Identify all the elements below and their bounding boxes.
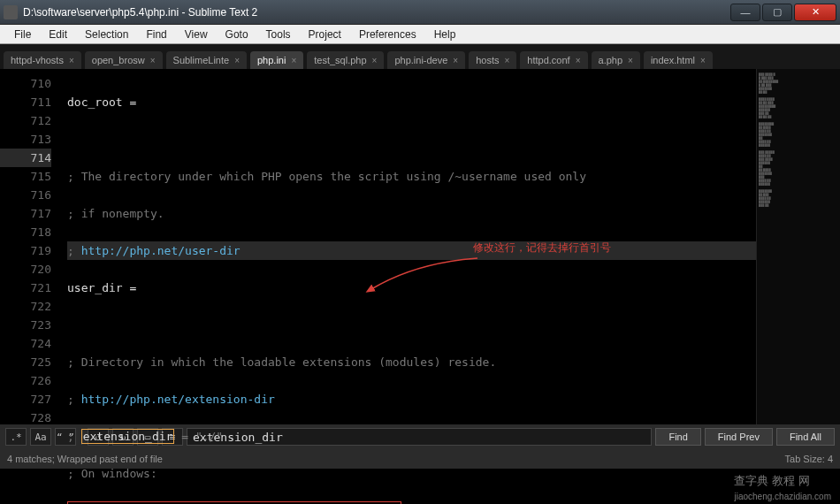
code-line[interactable]: ; http://php.net/extension-dir (67, 390, 756, 409)
tab-php-ini-dev[interactable]: php.ini-deve× (387, 51, 465, 69)
line-number: 726 (0, 371, 51, 390)
menu-find[interactable]: Find (137, 27, 175, 42)
line-number: 719 (0, 241, 51, 260)
match-highlight: extension_dir (81, 429, 175, 444)
tab-hosts[interactable]: hosts× (469, 51, 516, 69)
line-number: 716 (0, 186, 51, 204)
tab-index-html[interactable]: index.html× (644, 51, 713, 69)
app-icon (4, 5, 18, 19)
code-line[interactable]: ; The directory under which PHP opens th… (67, 167, 756, 186)
line-number: 720 (0, 260, 51, 279)
code-line[interactable]: ; extension_dir = "./" (67, 427, 756, 446)
tab-label: open_brosw (92, 55, 145, 65)
line-number: 724 (0, 334, 51, 353)
window-controls: — ▢ ✕ (729, 4, 836, 21)
code-line[interactable]: ; if nonempty. (67, 204, 756, 223)
line-number: 717 (0, 204, 51, 223)
tab-label: SublimeLinte (173, 55, 230, 65)
close-icon[interactable]: × (291, 56, 296, 65)
menu-edit[interactable]: Edit (40, 27, 76, 42)
minimize-button[interactable]: — (730, 4, 760, 21)
tab-label: httpd-vhosts (11, 55, 64, 65)
line-number-gutter: 710 711 712 713 714 715 716 717 718 719 … (0, 69, 62, 424)
close-button[interactable]: ✕ (794, 4, 836, 21)
close-icon[interactable]: × (453, 56, 458, 65)
close-icon[interactable]: × (628, 56, 633, 65)
tab-label: httpd.conf (527, 55, 569, 65)
menu-selection[interactable]: Selection (76, 27, 137, 42)
line-number: 718 (0, 223, 51, 241)
tab-label: test_sql.php (314, 55, 366, 65)
tab-label: php.ini (257, 55, 286, 65)
close-icon[interactable]: × (505, 56, 510, 65)
find-regex-toggle[interactable]: .* (5, 428, 27, 446)
tab-open-brosw[interactable]: open_brosw× (85, 51, 163, 69)
tab-php-ini[interactable]: php.ini× (250, 51, 303, 69)
menu-tools[interactable]: Tools (257, 27, 300, 42)
editor[interactable]: 710 711 712 713 714 715 716 717 718 719 … (0, 69, 840, 424)
find-case-toggle[interactable]: Aa (30, 428, 51, 446)
code-line[interactable]: doc_root = (67, 93, 756, 111)
menu-help[interactable]: Help (425, 27, 465, 42)
code-line-current[interactable]: ; http://php.net/user-dir (67, 241, 756, 260)
status-tabsize[interactable]: Tab Size: 4 (785, 454, 833, 464)
code-line[interactable]: user_dir = (67, 279, 756, 297)
tab-label: index.html (651, 55, 695, 65)
tab-label: php.ini-deve (394, 55, 447, 65)
line-number: 721 (0, 279, 51, 297)
close-icon[interactable]: × (700, 56, 706, 65)
code-line[interactable]: ; Directory in which the loadable extens… (67, 353, 756, 371)
tab-a-php[interactable]: a.php× (592, 51, 640, 69)
line-number: 713 (0, 130, 51, 149)
tab-httpd-conf[interactable]: httpd.conf× (520, 51, 587, 69)
tab-label: a.php (599, 55, 623, 65)
tab-sublimelinter[interactable]: SublimeLinte× (166, 51, 247, 69)
code-line[interactable] (67, 130, 756, 149)
code-area[interactable]: doc_root = ; The directory under which P… (62, 69, 756, 424)
menu-view[interactable]: View (176, 27, 217, 42)
annotation-text: 修改这行，记得去掉行首引号 (473, 241, 611, 256)
code-line[interactable] (67, 316, 756, 334)
tab-test-sql[interactable]: test_sql.php× (307, 51, 384, 69)
tab-httpd-vhosts[interactable]: httpd-vhosts× (4, 51, 81, 69)
line-number: 710 (0, 74, 51, 93)
line-number: 722 (0, 297, 51, 316)
window-titlebar: D:\software\server\php5.4\php.ini - Subl… (0, 0, 840, 25)
window-title: D:\software\server\php5.4\php.ini - Subl… (23, 6, 729, 19)
menu-project[interactable]: Project (300, 27, 350, 42)
minimap-content: ███ ████ ██ ███ █████ █████████ ██ █████… (759, 73, 838, 207)
line-number: 715 (0, 167, 51, 186)
close-icon[interactable]: × (150, 56, 156, 65)
find-all-button[interactable]: Find All (776, 428, 835, 446)
line-number: 711 (0, 93, 51, 111)
menubar: File Edit Selection Find View Goto Tools… (0, 25, 840, 44)
line-number: 723 (0, 316, 51, 334)
maximize-button[interactable]: ▢ (762, 4, 792, 21)
tabbar: httpd-vhosts× open_brosw× SublimeLinte× … (0, 44, 840, 69)
line-number: 725 (0, 353, 51, 371)
tab-label: hosts (476, 55, 499, 65)
minimap[interactable]: ███ ████ ██ ███ █████ █████████ ██ █████… (756, 69, 840, 424)
line-number: 728 (0, 409, 51, 427)
close-icon[interactable]: × (576, 56, 581, 65)
close-icon[interactable]: × (372, 56, 378, 65)
code-line[interactable]: ; On windows: (67, 464, 756, 483)
menu-file[interactable]: File (5, 27, 40, 42)
line-number: 712 (0, 111, 51, 130)
menu-goto[interactable]: Goto (217, 27, 257, 42)
line-number: 727 (0, 390, 51, 409)
close-icon[interactable]: × (234, 56, 240, 65)
menu-preferences[interactable]: Preferences (350, 27, 425, 42)
line-number-current: 714 (0, 149, 51, 167)
close-icon[interactable]: × (69, 56, 74, 65)
